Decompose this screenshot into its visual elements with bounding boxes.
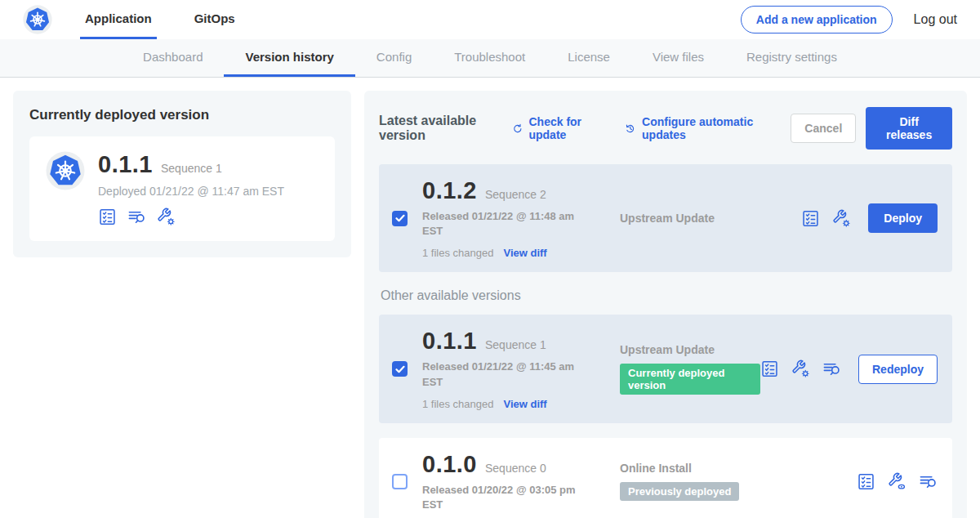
sequence-label: Sequence 2: [485, 188, 546, 201]
redeploy-button[interactable]: Redeploy: [858, 355, 938, 384]
deployed-version-card: 0.1.1 Sequence 1 Deployed 01/21/22 @ 11:…: [29, 136, 335, 241]
other-available-versions-title: Other available versions: [381, 288, 951, 303]
version-source: Upstream Update: [594, 212, 801, 225]
kubernetes-logo-icon: [23, 5, 52, 34]
version-checkbox[interactable]: [392, 474, 408, 489]
top-navbar: Application GitOps Add a new application…: [0, 0, 980, 39]
tab-license[interactable]: License: [546, 39, 631, 77]
deployed-timestamp: Deployed 01/21/22 @ 11:47 am EST: [98, 185, 284, 198]
currently-deployed-title: Currently deployed version: [29, 107, 335, 123]
currently-deployed-badge: Currently deployed version: [620, 364, 760, 395]
tab-config[interactable]: Config: [355, 39, 433, 77]
tab-registry-settings[interactable]: Registry settings: [725, 39, 858, 77]
tab-application[interactable]: Application: [80, 0, 157, 39]
tab-dashboard[interactable]: Dashboard: [122, 39, 224, 77]
version-checkbox[interactable]: [392, 211, 408, 226]
version-row-0-1-1: 0.1.1 Sequence 1 Released 01/21/22 @ 11:…: [379, 315, 952, 422]
view-config-icon[interactable]: [888, 472, 906, 491]
deploy-button[interactable]: Deploy: [868, 203, 938, 233]
version-actions: [857, 472, 938, 491]
version-number: 0.1.1: [422, 328, 477, 355]
latest-available-title: Latest available version: [379, 114, 499, 143]
version-source: Upstream Update Currently deployed versi…: [594, 343, 760, 395]
logout-link[interactable]: Log out: [914, 12, 957, 27]
released-timestamp: Released 01/21/22 @ 11:48 am EST: [422, 209, 586, 239]
files-changed-label: 1 files changed: [422, 247, 493, 259]
edit-config-icon[interactable]: [157, 208, 176, 226]
released-timestamp: Released 01/21/22 @ 11:45 am EST: [422, 359, 586, 389]
deploy-logs-icon[interactable]: [127, 208, 146, 226]
version-info: 0.1.0 Sequence 0 Released 01/20/22 @ 03:…: [422, 451, 594, 512]
edit-config-icon[interactable]: [791, 359, 810, 378]
sequence-label: Sequence 1: [485, 338, 546, 351]
latest-available-header: Latest available version Check for updat…: [379, 107, 952, 150]
admin-console-page: Application GitOps Add a new application…: [0, 0, 980, 518]
cancel-button[interactable]: Cancel: [791, 114, 856, 143]
tab-version-history[interactable]: Version history: [224, 39, 354, 77]
deploy-logs-icon[interactable]: [822, 359, 841, 378]
available-versions-panel: Latest available version Check for updat…: [364, 91, 967, 518]
previously-deployed-badge: Previously deployed: [620, 482, 739, 501]
check-icon: [395, 213, 405, 223]
source-label: Upstream Update: [620, 212, 801, 225]
clock-refresh-icon: [625, 122, 636, 136]
app-subnav: Dashboard Version history Config Trouble…: [0, 39, 980, 78]
files-changed-label: 1 files changed: [422, 398, 493, 410]
view-diff-link[interactable]: View diff: [503, 247, 546, 259]
preflight-checks-icon[interactable]: [857, 472, 875, 491]
version-source: Online Install Previously deployed: [594, 462, 857, 501]
version-actions: Deploy: [801, 203, 938, 233]
diff-releases-button[interactable]: Diff releases: [866, 107, 952, 150]
version-row-0-1-2: 0.1.2 Sequence 2 Released 01/21/22 @ 11:…: [379, 164, 952, 272]
deployed-sequence-label: Sequence 1: [161, 162, 222, 175]
source-label: Upstream Update: [620, 343, 760, 356]
deploy-logs-icon[interactable]: [919, 472, 938, 491]
check-for-update-link[interactable]: Check for update: [512, 115, 604, 141]
preflight-checks-icon[interactable]: [760, 359, 779, 378]
view-diff-link[interactable]: View diff: [503, 398, 546, 410]
add-new-application-button[interactable]: Add a new application: [741, 6, 893, 33]
preflight-checks-icon[interactable]: [98, 208, 117, 226]
version-actions: Redeploy: [760, 355, 938, 384]
version-row-0-1-0: 0.1.0 Sequence 0 Released 01/20/22 @ 03:…: [379, 438, 952, 518]
preflight-checks-icon[interactable]: [801, 209, 820, 228]
released-timestamp: Released 01/20/22 @ 03:05 pm EST: [422, 483, 586, 512]
deployed-version-number: 0.1.1: [98, 151, 153, 178]
version-number: 0.1.0: [422, 451, 477, 478]
configure-automatic-updates-link[interactable]: Configure automatic updates: [625, 115, 769, 141]
top-right-actions: Add a new application Log out: [741, 0, 957, 39]
kubernetes-app-icon: [46, 151, 85, 190]
check-icon: [395, 364, 405, 374]
version-number: 0.1.2: [422, 177, 477, 204]
source-label: Online Install: [620, 462, 857, 475]
app-logo: [23, 0, 52, 39]
version-checkbox[interactable]: [392, 361, 408, 377]
refresh-icon: [512, 122, 523, 136]
tab-troubleshoot[interactable]: Troubleshoot: [433, 39, 546, 77]
tab-gitops[interactable]: GitOps: [189, 0, 240, 39]
deployed-version-info: 0.1.1 Sequence 1 Deployed 01/21/22 @ 11:…: [98, 151, 284, 226]
edit-config-icon[interactable]: [832, 209, 851, 228]
main-content: Currently deployed version 0.1.1 Sequenc…: [0, 78, 980, 518]
sequence-label: Sequence 0: [485, 462, 546, 475]
version-info: 0.1.1 Sequence 1 Released 01/21/22 @ 11:…: [422, 328, 594, 409]
tab-view-files[interactable]: View files: [631, 39, 725, 77]
top-tabs: Application GitOps: [80, 0, 240, 39]
currently-deployed-panel: Currently deployed version 0.1.1 Sequenc…: [13, 91, 351, 257]
version-info: 0.1.2 Sequence 2 Released 01/21/22 @ 11:…: [422, 177, 594, 259]
